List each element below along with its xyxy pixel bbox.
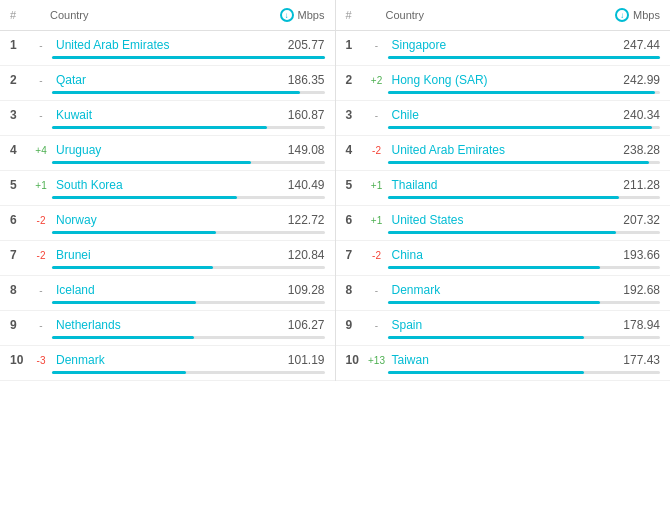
- country-name[interactable]: South Korea: [52, 178, 288, 192]
- rank-change: -: [30, 110, 52, 121]
- header-hash: #: [346, 9, 366, 21]
- bar-fill: [388, 196, 620, 199]
- rank-number: 10: [346, 353, 366, 367]
- bar-fill: [52, 126, 267, 129]
- rank-number: 3: [346, 108, 366, 122]
- table-row: 7-2China193.66: [336, 241, 671, 276]
- rank-number: 5: [346, 178, 366, 192]
- rank-number: 4: [346, 143, 366, 157]
- bar-fill: [52, 336, 194, 339]
- rank-number: 9: [346, 318, 366, 332]
- row-top: 8-Denmark192.68: [346, 283, 661, 297]
- bar-container: [388, 231, 661, 234]
- table-row: 9-Netherlands106.27: [0, 311, 335, 346]
- rank-change: -: [30, 40, 52, 51]
- bar-container: [388, 91, 661, 94]
- mbps-value: 186.35: [288, 73, 325, 87]
- bar-fill: [52, 301, 196, 304]
- download-icon: ↓: [280, 8, 294, 22]
- rank-change: -2: [30, 250, 52, 261]
- bar-container: [52, 91, 325, 94]
- bar-container: [388, 126, 661, 129]
- rank-change: +1: [30, 180, 52, 191]
- rank-change: +1: [366, 180, 388, 191]
- rank-change: +1: [366, 215, 388, 226]
- rank-number: 7: [10, 248, 30, 262]
- country-name[interactable]: Kuwait: [52, 108, 288, 122]
- country-name[interactable]: Denmark: [52, 353, 288, 367]
- country-name[interactable]: Singapore: [388, 38, 624, 52]
- rank-number: 8: [346, 283, 366, 297]
- bar-container: [52, 126, 325, 129]
- rank-change: -2: [366, 145, 388, 156]
- rank-number: 9: [10, 318, 30, 332]
- row-top: 2+2Hong Kong (SAR)242.99: [346, 73, 661, 87]
- rank-number: 1: [10, 38, 30, 52]
- row-top: 10-3Denmark101.19: [10, 353, 325, 367]
- header-hash: #: [10, 9, 30, 21]
- country-name[interactable]: Hong Kong (SAR): [388, 73, 624, 87]
- mbps-value: 207.32: [623, 213, 660, 227]
- table-row: 8-Denmark192.68: [336, 276, 671, 311]
- table-row: 2+2Hong Kong (SAR)242.99: [336, 66, 671, 101]
- mbps-value: 238.28: [623, 143, 660, 157]
- country-name[interactable]: United Arab Emirates: [388, 143, 624, 157]
- country-name[interactable]: Chile: [388, 108, 624, 122]
- mbps-value: 101.19: [288, 353, 325, 367]
- bar-container: [388, 336, 661, 339]
- bar-fill: [52, 91, 300, 94]
- table-row: 2-Qatar186.35: [0, 66, 335, 101]
- bar-container: [52, 266, 325, 269]
- bar-fill: [388, 91, 655, 94]
- rank-number: 5: [10, 178, 30, 192]
- bar-fill: [52, 161, 251, 164]
- bar-container: [52, 56, 325, 59]
- row-top: 5+1South Korea140.49: [10, 178, 325, 192]
- bar-container: [388, 371, 661, 374]
- row-top: 9-Netherlands106.27: [10, 318, 325, 332]
- rank-change: -: [30, 75, 52, 86]
- country-name[interactable]: Denmark: [388, 283, 624, 297]
- country-name[interactable]: Iceland: [52, 283, 288, 297]
- header-country-label: Country: [366, 9, 616, 21]
- rank-change: -2: [30, 215, 52, 226]
- country-name[interactable]: United States: [388, 213, 624, 227]
- table-row: 10+13Taiwan177.43: [336, 346, 671, 381]
- mbps-value: 242.99: [623, 73, 660, 87]
- bar-fill: [52, 196, 237, 199]
- rank-change: +4: [30, 145, 52, 156]
- bar-fill: [388, 56, 661, 59]
- mbps-value: 122.72: [288, 213, 325, 227]
- mbps-value: 192.68: [623, 283, 660, 297]
- table-row: 3-Chile240.34: [336, 101, 671, 136]
- mbps-value: 240.34: [623, 108, 660, 122]
- row-top: 6+1United States207.32: [346, 213, 661, 227]
- table-row: 7-2Brunei120.84: [0, 241, 335, 276]
- mbps-value: 106.27: [288, 318, 325, 332]
- country-name[interactable]: Uruguay: [52, 143, 288, 157]
- rank-number: 4: [10, 143, 30, 157]
- bar-fill: [52, 231, 216, 234]
- mbps-value: 149.08: [288, 143, 325, 157]
- table-row: 4-2United Arab Emirates238.28: [336, 136, 671, 171]
- row-top: 3-Chile240.34: [346, 108, 661, 122]
- table-row: 5+1Thailand211.28: [336, 171, 671, 206]
- country-name[interactable]: Norway: [52, 213, 288, 227]
- mbps-value: 205.77: [288, 38, 325, 52]
- rank-change: -: [366, 110, 388, 121]
- country-name[interactable]: Spain: [388, 318, 624, 332]
- country-name[interactable]: Thailand: [388, 178, 624, 192]
- country-name[interactable]: Brunei: [52, 248, 288, 262]
- header-mbps-label: ↓Mbps: [280, 8, 325, 22]
- country-name[interactable]: Netherlands: [52, 318, 288, 332]
- country-name[interactable]: Qatar: [52, 73, 288, 87]
- rank-number: 6: [346, 213, 366, 227]
- header-row-right: #Country↓Mbps: [336, 0, 671, 31]
- country-name[interactable]: United Arab Emirates: [52, 38, 288, 52]
- header-mbps-label: ↓Mbps: [615, 8, 660, 22]
- bar-fill: [388, 161, 650, 164]
- mbps-value: 160.87: [288, 108, 325, 122]
- country-name[interactable]: Taiwan: [388, 353, 624, 367]
- row-top: 5+1Thailand211.28: [346, 178, 661, 192]
- country-name[interactable]: China: [388, 248, 624, 262]
